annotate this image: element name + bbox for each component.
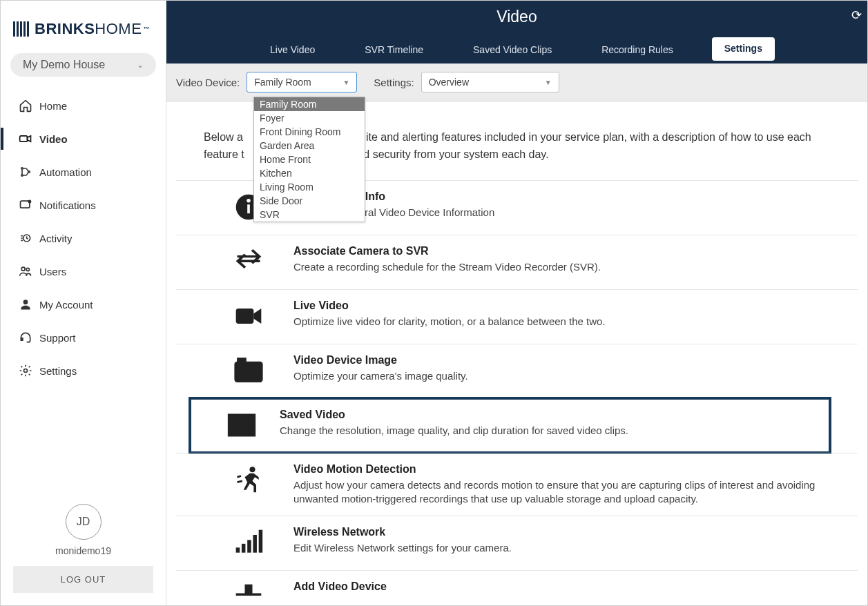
nav-my-account[interactable]: My Account bbox=[1, 288, 166, 321]
device-label: Video Device: bbox=[176, 77, 240, 88]
svg-rect-29 bbox=[247, 540, 251, 552]
refresh-icon[interactable]: ⟳ bbox=[851, 8, 862, 23]
svg-point-16 bbox=[244, 366, 254, 377]
svg-point-5 bbox=[28, 200, 31, 204]
device-option-garden-area[interactable]: Garden Area bbox=[254, 139, 365, 153]
page-title: Video bbox=[496, 8, 537, 26]
caret-down-icon: ▼ bbox=[343, 79, 349, 86]
home-icon bbox=[19, 99, 39, 113]
svg-rect-31 bbox=[259, 530, 263, 553]
svg-rect-12 bbox=[247, 204, 250, 213]
svg-point-2 bbox=[21, 175, 23, 177]
settings-value: Overview bbox=[429, 77, 469, 88]
row-associate-svr[interactable]: Associate Camera to SVRCreate a recordin… bbox=[176, 235, 858, 289]
row-wireless-network[interactable]: Wireless NetworkEdit Wireless Network se… bbox=[176, 516, 858, 570]
tab-live-video[interactable]: Live Video bbox=[259, 37, 326, 63]
logo-bars-icon bbox=[13, 21, 30, 37]
device-option-home-front[interactable]: Home Front bbox=[254, 153, 365, 166]
nav-notifications[interactable]: Notifications bbox=[1, 188, 166, 222]
nav-users[interactable]: Users bbox=[1, 255, 166, 288]
row-saved-video[interactable]: Saved VideoChange the resolution, image … bbox=[190, 398, 830, 453]
settings-label: Settings: bbox=[374, 77, 414, 88]
row-sub: Adjust how your camera detects and recor… bbox=[293, 478, 830, 507]
video-device-select[interactable]: Family Room ▼ bbox=[247, 72, 357, 92]
sidebar: BRINKSHOME™ My Demo House ⌄ Home Video A… bbox=[1, 1, 166, 605]
nav-label: Home bbox=[39, 100, 67, 112]
header-tabs: Live Video SVR Timeline Saved Video Clip… bbox=[166, 37, 867, 63]
svg-point-13 bbox=[247, 199, 251, 203]
nav-support[interactable]: Support bbox=[1, 321, 166, 354]
photo-camera-icon bbox=[233, 355, 264, 389]
nav-label: My Account bbox=[39, 299, 93, 311]
svg-rect-14 bbox=[236, 309, 254, 324]
row-title: Add Video Device bbox=[293, 580, 830, 593]
house-selector-label: My Demo House bbox=[23, 59, 105, 71]
caret-down-icon: ▼ bbox=[545, 79, 552, 86]
svg-point-10 bbox=[24, 369, 28, 373]
device-value: Family Room bbox=[254, 77, 311, 88]
row-sub: Change the resolution, image quality, an… bbox=[280, 424, 816, 438]
svg-point-8 bbox=[26, 268, 29, 271]
svg-rect-30 bbox=[253, 535, 257, 553]
nav-automation[interactable]: Automation bbox=[1, 155, 166, 188]
row-title: Video Device Info bbox=[293, 190, 830, 203]
svg-point-26 bbox=[249, 467, 255, 472]
nav-activity[interactable]: Activity bbox=[1, 222, 166, 255]
svg-point-9 bbox=[23, 300, 28, 304]
device-option-living-room[interactable]: Living Room bbox=[254, 180, 365, 194]
main: Video ⟳ Live Video SVR Timeline Saved Vi… bbox=[166, 1, 867, 605]
nav-label: Users bbox=[39, 266, 66, 277]
main-nav: Home Video Automation Notifications Acti… bbox=[1, 89, 166, 491]
nav-label: Automation bbox=[39, 166, 92, 178]
row-device-image[interactable]: Video Device ImageOptimize your camera's… bbox=[176, 344, 858, 398]
tab-saved-clips[interactable]: Saved Video Clips bbox=[462, 37, 563, 63]
tab-svr-timeline[interactable]: SVR Timeline bbox=[354, 37, 434, 63]
nav-video[interactable]: Video bbox=[1, 122, 166, 155]
tab-recording-rules[interactable]: Recording Rules bbox=[590, 37, 684, 63]
svg-point-7 bbox=[21, 267, 25, 271]
device-option-front-dining[interactable]: Front Dining Room bbox=[254, 125, 365, 139]
house-selector[interactable]: My Demo House ⌄ bbox=[10, 53, 156, 77]
settings-view-select[interactable]: Overview ▼ bbox=[421, 72, 559, 92]
device-option-side-door[interactable]: Side Door bbox=[254, 194, 365, 208]
gear-icon bbox=[19, 364, 39, 378]
account-icon bbox=[19, 297, 39, 311]
row-title: Wireless Network bbox=[293, 526, 830, 538]
settings-toolbar: Video Device: Family Room ▼ Settings: Ov… bbox=[166, 63, 867, 101]
nav-settings[interactable]: Settings bbox=[1, 354, 166, 387]
users-icon bbox=[19, 264, 39, 278]
username: monidemo19 bbox=[13, 545, 153, 556]
row-sub: Optimize live video for clarity, motion,… bbox=[293, 315, 830, 329]
device-dropdown: Family Room Foyer Front Dining Room Gard… bbox=[253, 97, 365, 222]
row-title: Associate Camera to SVR bbox=[293, 245, 830, 257]
row-motion-detection[interactable]: Video Motion DetectionAdjust how your ca… bbox=[176, 453, 858, 516]
logout-button[interactable]: LOG OUT bbox=[13, 566, 153, 593]
row-sub: View/Edit General Video Device Informati… bbox=[293, 206, 830, 219]
svg-rect-27 bbox=[236, 547, 240, 552]
nav-label: Activity bbox=[39, 233, 73, 244]
automation-icon bbox=[19, 165, 39, 179]
row-add-device[interactable]: Add Video DeviceAdd a video camera or St… bbox=[176, 570, 858, 596]
sidebar-user: JD monidemo19 LOG OUT bbox=[1, 491, 166, 605]
arrows-icon bbox=[233, 246, 264, 280]
tab-settings[interactable]: Settings bbox=[712, 37, 775, 61]
user-avatar[interactable]: JD bbox=[66, 504, 102, 540]
brand-light: HOME bbox=[95, 20, 142, 38]
device-option-kitchen[interactable]: Kitchen bbox=[254, 166, 365, 180]
nav-home[interactable]: Home bbox=[1, 89, 166, 122]
film-icon bbox=[226, 410, 257, 443]
row-sub: Edit Wireless Network settings for your … bbox=[293, 541, 830, 555]
row-title: Video Motion Detection bbox=[293, 463, 830, 476]
nav-label: Notifications bbox=[39, 199, 96, 211]
brand-logo: BRINKSHOME™ bbox=[1, 1, 166, 53]
row-sub: Optimize your camera's image quality. bbox=[293, 369, 830, 383]
row-title: Saved Video bbox=[280, 409, 816, 421]
device-option-svr[interactable]: SVR bbox=[254, 208, 365, 222]
device-option-foyer[interactable]: Foyer bbox=[254, 111, 365, 125]
camera-icon bbox=[233, 301, 264, 334]
device-option-family-room[interactable]: Family Room bbox=[254, 97, 365, 111]
svg-rect-17 bbox=[238, 359, 244, 363]
row-live-video[interactable]: Live VideoOptimize live video for clarit… bbox=[176, 289, 858, 344]
row-sub: Create a recording schedule for the Stre… bbox=[293, 260, 830, 274]
video-icon bbox=[19, 132, 39, 146]
